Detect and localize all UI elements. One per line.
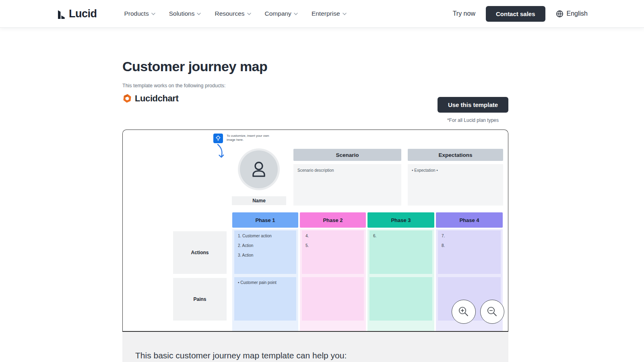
cell-line: 8.	[442, 243, 497, 248]
description-section: This basic customer journey map template…	[122, 331, 508, 362]
nav-item-label: Company	[265, 10, 291, 17]
try-now-link[interactable]: Try now	[453, 10, 475, 17]
zoom-in-button[interactable]	[452, 300, 476, 324]
nav-item-enterprise[interactable]: Enterprise	[312, 10, 347, 17]
nav-item-products[interactable]: Products	[124, 10, 155, 17]
cta-block: Use this template *For all Lucid plan ty…	[438, 97, 508, 123]
pains-cell-phase2[interactable]	[302, 277, 364, 321]
nav-item-company[interactable]: Company	[265, 10, 298, 17]
phase3-header[interactable]: Phase 3	[367, 212, 434, 228]
page: Lucid Products Solutions Resources	[0, 0, 644, 362]
persona-name-box[interactable]: Name	[232, 196, 286, 205]
cell-line: 5.	[305, 243, 360, 248]
globe-icon	[556, 10, 564, 18]
cell-line: 3. Action	[238, 253, 293, 257]
zoom-out-button[interactable]	[480, 300, 504, 324]
template-preview[interactable]: To customize, insert your own image here…	[122, 130, 508, 331]
nav-item-solutions[interactable]: Solutions	[169, 10, 201, 17]
cell-line: • Customer pain point	[238, 280, 293, 285]
top-navigation: Lucid Products Solutions Resources	[0, 0, 644, 27]
cell-line: 7.	[442, 234, 497, 238]
person-icon	[249, 159, 269, 179]
language-label: English	[567, 10, 588, 17]
product-name[interactable]: Lucidchart	[135, 93, 178, 104]
nav-item-resources[interactable]: Resources	[215, 10, 251, 17]
curved-arrow-icon	[216, 144, 226, 160]
actions-cell-phase3[interactable]: 6.	[369, 230, 432, 274]
scenario-body[interactable]: Scenario description	[293, 164, 401, 206]
chevron-down-icon	[151, 12, 155, 15]
contact-sales-button[interactable]: Contact sales	[486, 6, 545, 22]
description-heading: This basic customer journey map template…	[122, 332, 508, 360]
phase4-header[interactable]: Phase 4	[436, 212, 503, 228]
nav-item-label: Enterprise	[312, 10, 340, 17]
avatar-circle	[240, 150, 278, 188]
cta-note: *For all Lucid plan types	[438, 117, 508, 123]
scenario-header[interactable]: Scenario	[293, 149, 401, 161]
works-on-text: This template works on the following pro…	[122, 83, 508, 88]
nav-item-label: Resources	[215, 10, 244, 17]
row-label-pains[interactable]: Pains	[173, 278, 227, 321]
zoom-out-icon	[486, 306, 498, 318]
chevron-down-icon	[247, 12, 251, 15]
language-selector[interactable]: English	[556, 10, 588, 18]
cell-line: 2. Action	[238, 243, 293, 248]
row-label-actions[interactable]: Actions	[173, 231, 227, 274]
chevron-down-icon	[343, 12, 347, 15]
zoom-in-icon	[458, 306, 470, 318]
persona-avatar[interactable]	[238, 148, 280, 190]
main-content: Customer journey map This template works…	[122, 59, 508, 331]
lucid-logo-text: Lucid	[69, 8, 97, 20]
expectations-body[interactable]: • Expectation •	[408, 164, 503, 206]
actions-cell-phase2[interactable]: 4. 5.	[302, 230, 364, 274]
lucid-logo-mark-icon	[56, 8, 66, 19]
lucid-logo[interactable]: Lucid	[56, 8, 97, 20]
phase1-header[interactable]: Phase 1	[232, 212, 298, 228]
nav-menu: Products Solutions Resources Company	[124, 10, 347, 17]
cell-line: 1. Customer action	[238, 234, 293, 238]
lucidchart-logo-icon	[122, 93, 132, 104]
actions-cell-phase4[interactable]: 7. 8.	[438, 230, 501, 274]
expectation-bullet: •	[436, 168, 438, 173]
actions-cell-phase1[interactable]: 1. Customer action 2. Action 3. Action	[234, 230, 296, 274]
pains-cell-phase1[interactable]: • Customer pain point	[234, 277, 296, 321]
pains-cell-phase3[interactable]	[369, 277, 432, 321]
expectation-bullet: • Expectation	[412, 168, 436, 173]
use-template-button[interactable]: Use this template	[438, 97, 508, 113]
chevron-down-icon	[197, 12, 201, 15]
cell-line: 4.	[305, 234, 360, 238]
lightbulb-icon	[213, 134, 223, 143]
nav-item-label: Solutions	[169, 10, 195, 17]
phase2-header[interactable]: Phase 2	[300, 212, 366, 228]
nav-right-actions: Try now Contact sales English	[453, 6, 588, 22]
expectations-header[interactable]: Expectations	[408, 149, 503, 161]
chevron-down-icon	[294, 12, 298, 15]
tip-text: To customize, insert your own image here…	[227, 134, 270, 142]
nav-item-label: Products	[124, 10, 149, 17]
cell-line: 6.	[373, 234, 429, 238]
page-title: Customer journey map	[122, 59, 508, 74]
